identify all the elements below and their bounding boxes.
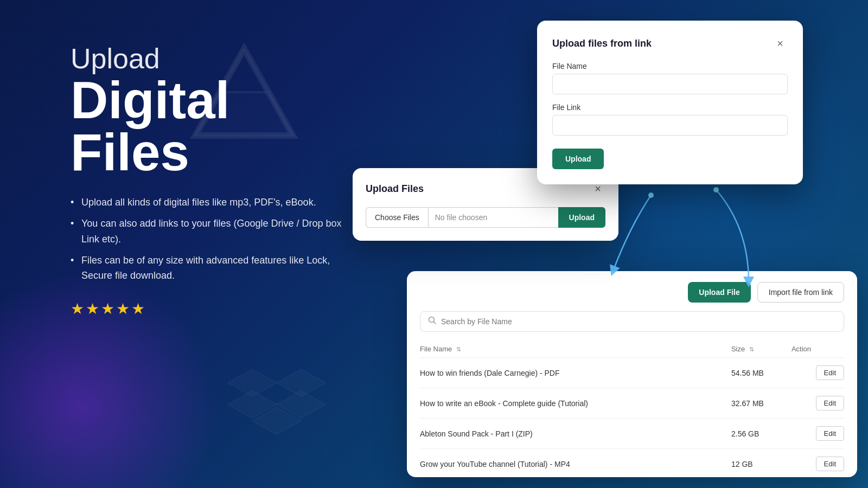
file-size-cell: 54.56 MB xyxy=(731,358,792,388)
search-icon xyxy=(428,316,437,327)
left-content: Upload Digital Files Upload all kinds of… xyxy=(71,43,342,318)
table-row: Ableton Sound Pack - Part I (ZIP) 2.56 G… xyxy=(420,419,844,449)
svg-line-12 xyxy=(434,322,436,324)
col-action: Action xyxy=(792,341,844,358)
file-name-input[interactable] xyxy=(552,74,788,94)
table-header-row: File Name ⇅ Size ⇅ Action xyxy=(420,341,844,358)
upload-link-dialog-title: Upload files from link xyxy=(552,38,652,49)
table-row: How to win friends (Dale Carnegie) - PDF… xyxy=(420,358,844,388)
table-row: How to write an eBook - Complete guide (… xyxy=(420,388,844,419)
file-table: File Name ⇅ Size ⇅ Action How to win fri… xyxy=(420,341,844,477)
table-row: Grow your YouTube channel (Tutorial) - M… xyxy=(420,449,844,478)
bullet-item-1: Upload all kinds of digital files like m… xyxy=(71,195,342,210)
file-action-cell: Edit xyxy=(792,419,844,449)
sort-icon-size: ⇅ xyxy=(749,346,754,353)
edit-button[interactable]: Edit xyxy=(816,365,844,380)
file-link-label: File Link xyxy=(552,103,788,112)
upload-link-dialog: Upload files from link × File Name File … xyxy=(537,21,803,184)
file-link-group: File Link xyxy=(552,103,788,136)
bullet-item-2: You can also add links to your files (Go… xyxy=(71,216,342,247)
star-rating: ★★★★★ xyxy=(71,300,342,318)
upload-files-dialog-title: Upload Files xyxy=(366,183,424,195)
upload-file-button[interactable]: Upload File xyxy=(688,282,750,303)
upload-link-dialog-header: Upload files from link × xyxy=(552,36,788,51)
file-name-cell: Ableton Sound Pack - Part I (ZIP) xyxy=(420,419,731,449)
choose-files-button[interactable]: Choose Files xyxy=(366,207,428,228)
upload-label: Upload xyxy=(71,43,342,74)
bullet-item-3: Files can be of any size with advanced f… xyxy=(71,253,342,284)
file-size-cell: 2.56 GB xyxy=(731,419,792,449)
file-action-cell: Edit xyxy=(792,449,844,478)
edit-button[interactable]: Edit xyxy=(816,426,844,441)
import-link-button[interactable]: Import file from link xyxy=(757,282,844,303)
file-action-cell: Edit xyxy=(792,358,844,388)
file-input-row: Choose Files No file choosen Upload xyxy=(366,207,605,228)
file-name-cell: How to write an eBook - Complete guide (… xyxy=(420,388,731,419)
file-name-cell: Grow your YouTube channel (Tutorial) - M… xyxy=(420,449,731,478)
file-name-label: File Name xyxy=(552,62,788,70)
file-link-input[interactable] xyxy=(552,115,788,136)
files-label: Files xyxy=(71,126,342,178)
svg-point-9 xyxy=(648,192,654,198)
file-action-cell: Edit xyxy=(792,388,844,419)
edit-button[interactable]: Edit xyxy=(816,396,844,410)
file-name-group: File Name xyxy=(552,62,788,94)
svg-point-10 xyxy=(713,187,719,192)
edit-button[interactable]: Edit xyxy=(816,457,844,471)
file-size-cell: 32.67 MB xyxy=(731,388,792,419)
upload-link-close-button[interactable]: × xyxy=(773,36,788,51)
file-name-cell: How to win friends (Dale Carnegie) - PDF xyxy=(420,358,731,388)
file-list-panel: Upload File Import file from link File N… xyxy=(407,271,857,477)
digital-label: Digital xyxy=(71,74,342,126)
feature-list: Upload all kinds of digital files like m… xyxy=(71,195,342,284)
sort-icon-name: ⇅ xyxy=(456,346,461,353)
upload-link-submit-button[interactable]: Upload xyxy=(552,149,604,169)
search-bar xyxy=(420,311,844,332)
search-input[interactable] xyxy=(441,317,836,326)
file-name-display: No file choosen xyxy=(428,207,558,228)
col-size: Size ⇅ xyxy=(731,341,792,358)
dropbox-icon-bg xyxy=(228,361,326,445)
file-table-body: How to win friends (Dale Carnegie) - PDF… xyxy=(420,358,844,478)
file-size-cell: 12 GB xyxy=(731,449,792,478)
col-file-name: File Name ⇅ xyxy=(420,341,731,358)
upload-files-submit-button[interactable]: Upload xyxy=(558,207,605,228)
panel-toolbar: Upload File Import file from link xyxy=(420,282,844,303)
